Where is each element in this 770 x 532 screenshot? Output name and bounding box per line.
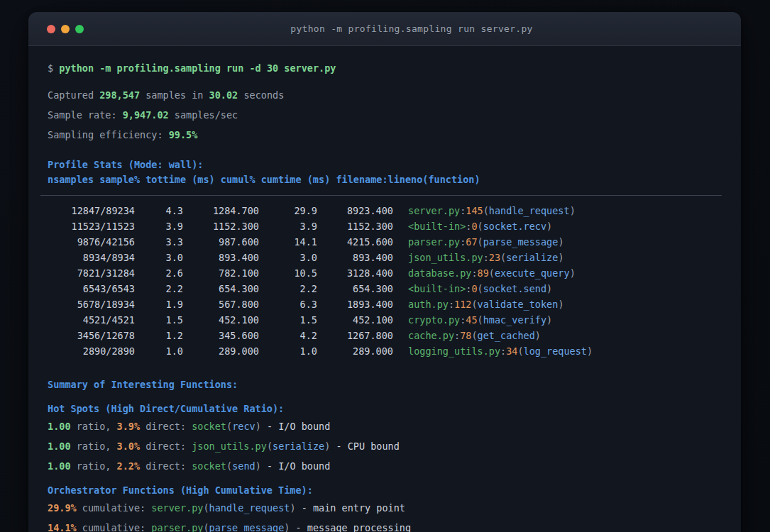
profile-table-header: nsamples sample% tottime (ms) cumul% cum… (48, 172, 722, 187)
cumtime-cell: 289.000 (317, 343, 393, 359)
table-row: 5678/189341.9567.8006.31893.400auth.py:1… (48, 297, 722, 312)
tottime-cell: 987.600 (183, 234, 259, 250)
tottime-cell: 289.000 (183, 343, 259, 359)
sample-pct-cell: 4.3 (135, 203, 183, 218)
profile-table: 12847/892344.31284.70029.98923.400server… (48, 203, 722, 359)
nsamples-cell: 5678/18934 (48, 297, 135, 312)
profile-stats-heading: Profile Stats (Mode: wall): (48, 157, 722, 172)
orchestrator-heading: Orchestrator Functions (High Cumulative … (48, 483, 722, 497)
minimize-button[interactable] (61, 25, 70, 33)
window-title: python -m profiling.sampling run server.… (101, 23, 741, 34)
table-row: 8934/89343.0893.4003.0893.400json_utils.… (48, 250, 722, 265)
shell-prompt: $ (48, 62, 53, 74)
hot-spots-heading: Hot Spots (High Direct/Cumulative Ratio)… (48, 401, 722, 416)
tottime-cell: 782.100 (183, 265, 259, 281)
nsamples-cell: 7821/31284 (48, 265, 135, 281)
nsamples-cell: 3456/12678 (48, 328, 135, 343)
sample-rate-line: Sample rate: 9,947.02 samples/sec (48, 108, 722, 122)
cumul-pct-cell: 3.9 (259, 218, 317, 234)
maximize-button[interactable] (75, 25, 84, 33)
tottime-cell: 1152.300 (183, 218, 259, 234)
traffic-lights (47, 25, 101, 33)
cumul-pct-cell: 3.0 (259, 250, 317, 265)
nsamples-cell: 8934/8934 (48, 250, 135, 265)
desktop: { "window": { "title": "python -m profil… (0, 0, 770, 532)
nsamples-cell: 12847/89234 (48, 203, 135, 218)
cumul-pct-cell: 2.2 (259, 281, 317, 297)
cumul-pct-cell: 1.5 (259, 312, 317, 328)
cumul-pct-cell: 4.2 (259, 328, 317, 343)
location-cell: server.py:145(handle_request) (408, 203, 576, 218)
sample-pct-cell: 3.3 (135, 234, 183, 250)
tottime-cell: 654.300 (183, 281, 259, 297)
command-line: $ python -m profiling.sampling run -d 30… (48, 61, 722, 75)
terminal-window: python -m profiling.sampling run server.… (28, 12, 741, 532)
captured-samples-line: Captured 298,547 samples in 30.02 second… (48, 88, 722, 102)
sample-pct-cell: 2.2 (135, 281, 183, 297)
table-row: 12847/892344.31284.70029.98923.400server… (48, 203, 722, 218)
tottime-cell: 567.800 (183, 297, 259, 312)
hot-spot-line: 1.00 ratio, 3.9% direct: socket(recv) - … (48, 419, 722, 433)
table-row: 7821/312842.6782.10010.53128.400database… (48, 265, 722, 281)
sample-pct-cell: 3.9 (135, 218, 183, 234)
cumtime-cell: 3128.400 (317, 265, 393, 281)
tottime-cell: 893.400 (183, 250, 259, 265)
location-cell: crypto.py:45(hmac_verify) (408, 312, 552, 328)
cumul-pct-cell: 10.5 (259, 265, 317, 281)
tottime-cell: 1284.700 (183, 203, 259, 218)
location-cell: database.py:89(execute_query) (408, 265, 576, 281)
tottime-cell: 452.100 (183, 312, 259, 328)
orchestrator-line: 29.9% cumulative: server.py(handle_reque… (48, 501, 722, 515)
location-cell: cache.py:78(get_cached) (408, 328, 541, 343)
location-cell: auth.py:112(validate_token) (408, 297, 564, 312)
table-divider (40, 195, 722, 196)
table-row: 4521/45211.5452.1001.5452.100crypto.py:4… (48, 312, 722, 328)
nsamples-cell: 11523/11523 (48, 218, 135, 234)
location-cell: parser.py:67(parse_message) (408, 234, 564, 250)
titlebar[interactable]: python -m profiling.sampling run server.… (28, 12, 741, 46)
sampling-efficiency-line: Sampling efficiency: 99.5% (48, 128, 722, 142)
sample-pct-cell: 1.0 (135, 343, 183, 359)
location-cell: json_utils.py:23(serialize) (408, 250, 564, 265)
cumtime-cell: 1152.300 (317, 218, 393, 234)
terminal-output[interactable]: $ python -m profiling.sampling run -d 30… (28, 46, 741, 532)
capture-stats: Captured 298,547 samples in 30.02 second… (48, 88, 722, 142)
cumul-pct-cell: 6.3 (259, 297, 317, 312)
command-text: python -m profiling.sampling run -d 30 s… (59, 62, 336, 74)
summary-heading: Summary of Interesting Functions: (48, 377, 722, 392)
table-row: 11523/115233.91152.3003.91152.300<built-… (48, 218, 722, 234)
cumtime-cell: 654.300 (317, 281, 393, 297)
cumtime-cell: 8923.400 (317, 203, 393, 218)
cumtime-cell: 4215.600 (317, 234, 393, 250)
sample-pct-cell: 1.9 (135, 297, 183, 312)
cumtime-cell: 1267.800 (317, 328, 393, 343)
table-row: 2890/28901.0289.0001.0289.000logging_uti… (48, 343, 722, 359)
sample-pct-cell: 1.5 (135, 312, 183, 328)
sample-pct-cell: 1.2 (135, 328, 183, 343)
cumul-pct-cell: 29.9 (259, 203, 317, 218)
nsamples-cell: 2890/2890 (48, 343, 135, 359)
hot-spot-line: 1.00 ratio, 2.2% direct: socket(send) - … (48, 459, 722, 473)
location-cell: <built-in>:0(socket.recv) (408, 218, 552, 234)
close-button[interactable] (47, 25, 55, 33)
orchestrator-list: 29.9% cumulative: server.py(handle_reque… (48, 501, 722, 532)
hot-spots-list: 1.00 ratio, 3.9% direct: socket(recv) - … (48, 419, 722, 473)
location-cell: <built-in>:0(socket.send) (408, 281, 552, 297)
sample-pct-cell: 2.6 (135, 265, 183, 281)
tottime-cell: 345.600 (183, 328, 259, 343)
nsamples-cell: 9876/42156 (48, 234, 135, 250)
sample-pct-cell: 3.0 (135, 250, 183, 265)
nsamples-cell: 4521/4521 (48, 312, 135, 328)
cumtime-cell: 893.400 (317, 250, 393, 265)
hot-spot-line: 1.00 ratio, 3.0% direct: json_utils.py(s… (48, 439, 722, 453)
cumtime-cell: 452.100 (317, 312, 393, 328)
cumul-pct-cell: 14.1 (259, 234, 317, 250)
location-cell: logging_utils.py:34(log_request) (408, 343, 593, 359)
table-row: 6543/65432.2654.3002.2654.300<built-in>:… (48, 281, 722, 297)
cumul-pct-cell: 1.0 (259, 343, 317, 359)
nsamples-cell: 6543/6543 (48, 281, 135, 297)
cumtime-cell: 1893.400 (317, 297, 393, 312)
table-row: 3456/126781.2345.6004.21267.800cache.py:… (48, 328, 722, 343)
orchestrator-line: 14.1% cumulative: parser.py(parse_messag… (48, 521, 722, 532)
table-row: 9876/421563.3987.60014.14215.600parser.p… (48, 234, 722, 250)
